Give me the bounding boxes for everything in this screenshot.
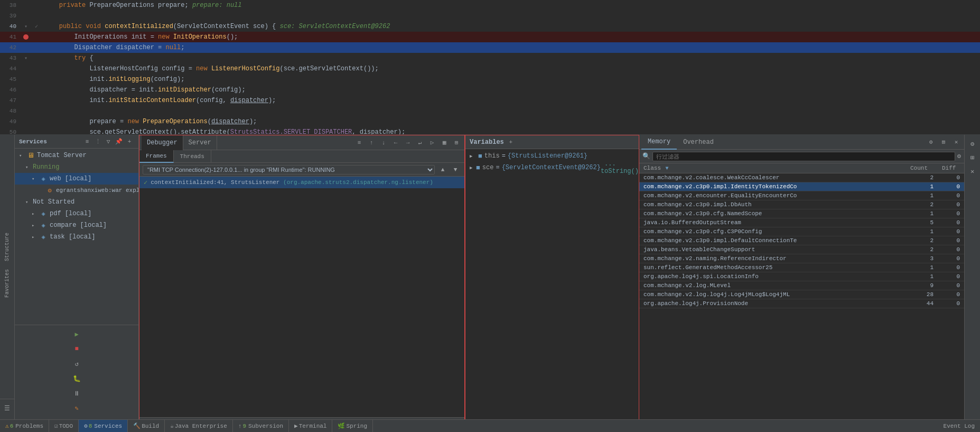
status-item-terminal[interactable]: ▶ Terminal: [289, 420, 332, 433]
memory-toolbar: ⚙ ⊞ ✕: [925, 136, 962, 148]
memory-table-row-2[interactable]: com.mchange.v2.encounter.EqualityEncount…: [639, 191, 964, 200]
thread-dropdown[interactable]: "RMI TCP Connection(2)-127.0.0.1... in g…: [143, 165, 435, 174]
memory-table-row-13[interactable]: com.mchange.v2.log.log4j.Log4jMLog$Log4j…: [639, 290, 964, 299]
var-item-sce[interactable]: ▶ ■ sce = {ServletContextEvent@9262} ...…: [465, 162, 639, 173]
sidebar-icon-1[interactable]: ☰: [1, 401, 14, 415]
status-item-todo[interactable]: ☑ TODO: [49, 420, 79, 433]
tree-item-pdf[interactable]: ▸ ◈ pdf [local]: [15, 208, 138, 219]
tab-server[interactable]: Server: [183, 135, 217, 150]
memory-table-row-9[interactable]: com.mchange.v2.naming.ReferenceIndirecto…: [639, 254, 964, 263]
col-diff[interactable]: Diff: [938, 163, 964, 173]
debug-btn-run[interactable]: ▷: [426, 137, 438, 149]
tree-item-compare[interactable]: ▸ ◈ compare [local]: [15, 219, 138, 231]
memory-table-row-5[interactable]: java.io.BufferedOutputStream 5 0: [639, 218, 964, 227]
tree-item-tomcat[interactable]: ▾ 🖥 Tomcat Server: [15, 150, 138, 161]
memory-table-row-4[interactable]: com.mchange.v2.c3p0.cfg.NamedScope 1 0: [639, 209, 964, 218]
cell-diff-6: 0: [938, 227, 964, 236]
debug-btn-table[interactable]: ▦: [438, 137, 450, 149]
memory-settings-btn[interactable]: ⚙: [925, 136, 937, 148]
tree-item-running[interactable]: ▾ Running: [15, 161, 138, 173]
tree-item-task[interactable]: ▸ ◈ task [local]: [15, 231, 138, 243]
status-item-subversion[interactable]: ↑ 9 Subversion: [233, 420, 289, 433]
tree-item-web[interactable]: ▾ ◈ web [local]: [15, 173, 138, 185]
structure-label: Structure: [4, 233, 10, 261]
tree-item-egrant[interactable]: ▸ ⚙ egrantshanxiweb:war explo...: [15, 185, 138, 196]
tab-memory[interactable]: Memory: [641, 135, 677, 150]
spring-icon: 🌿: [338, 422, 345, 429]
sidebar-structure[interactable]: Structure: [1, 232, 14, 263]
sidebar-favorites[interactable]: Favorites: [1, 265, 14, 302]
debug-btn-up[interactable]: ↑: [366, 137, 377, 149]
services-tool-list[interactable]: ≡: [82, 137, 92, 146]
memory-table-row-8[interactable]: java.beans.VetoableChangeSupport 2 0: [639, 245, 964, 254]
services-tool-filter[interactable]: ▽: [104, 137, 113, 146]
tab-debugger[interactable]: Debugger: [142, 135, 183, 150]
debug-btn-left[interactable]: ←: [390, 137, 402, 149]
deploy-icon: ⚙: [45, 186, 54, 195]
services-stop-btn[interactable]: ■: [70, 342, 83, 356]
memory-table-row-10[interactable]: sun.reflect.GeneratedMethodAccessor25 1 …: [639, 263, 964, 272]
memory-search-settings[interactable]: ⚙: [957, 152, 961, 160]
subversion-icon: ↑: [238, 423, 242, 429]
services-restart-btn[interactable]: ↺: [70, 357, 83, 371]
terminal-icon: ▶: [294, 422, 298, 429]
tab-threads[interactable]: Threads: [174, 150, 211, 163]
col-class[interactable]: Class ▼: [639, 163, 906, 173]
status-item-spring[interactable]: 🌿 Spring: [332, 420, 373, 433]
memory-table-container: Class ▼ Count Diff com.mchange.v2.coales…: [639, 163, 964, 432]
thread-nav-down[interactable]: ▼: [450, 164, 461, 176]
debug-btn-right[interactable]: →: [402, 137, 414, 149]
col-count[interactable]: Count: [906, 163, 938, 173]
code-line-48: 48: [0, 106, 980, 116]
debug-btn-grid[interactable]: ⊞: [451, 137, 462, 149]
var-link-sce: ... toString(): [601, 160, 639, 175]
services-tool-add[interactable]: +: [125, 137, 134, 146]
thread-nav-up[interactable]: ▲: [437, 164, 449, 176]
status-item-build[interactable]: 🔨 Build: [128, 420, 165, 433]
status-item-problems[interactable]: ⚠ 6 Problems: [0, 420, 49, 433]
memory-table-row-3[interactable]: com.mchange.v2.c3p0.impl.DbAuth 2 0: [639, 200, 964, 209]
services-pause-btn[interactable]: ⏸: [70, 387, 83, 400]
debugger-toolbar: ≡ ↑ ↓ ← → ↵ ▷ ▦ ⊞: [353, 137, 462, 149]
right-close-icon[interactable]: ✕: [966, 164, 979, 178]
right-settings-icon[interactable]: ⚙: [966, 137, 979, 151]
services-tool-tree[interactable]: ⋮: [93, 137, 102, 146]
status-item-java-enterprise[interactable]: ☕ Java Enterprise: [165, 420, 233, 433]
variables-add-btn[interactable]: +: [506, 137, 516, 147]
memory-table-row-1[interactable]: com.mchange.v2.c3p0.impl.IdentityTokeniz…: [639, 182, 964, 191]
memory-table-row-14[interactable]: org.apache.log4j.ProvisionNode 44 0: [639, 299, 964, 308]
memory-table-row-6[interactable]: com.mchange.v2.c3p0.cfg.C3P0Config 1 0: [639, 227, 964, 236]
memory-table-row-11[interactable]: org.apache.log4j.spi.LocationInfo 1 0: [639, 272, 964, 281]
memory-table-row-12[interactable]: com.mchange.v2.log.MLevel 9 0: [639, 281, 964, 290]
right-expand-icon[interactable]: ⊞: [966, 151, 979, 164]
debug-btn-down[interactable]: ↓: [378, 137, 389, 149]
memory-search-input[interactable]: [652, 152, 955, 161]
cell-diff-10: 0: [938, 263, 964, 272]
tree-item-notstarted[interactable]: ▾ Not Started: [15, 196, 138, 208]
frame-item-0[interactable]: ✓ contextInitialized:41, StrutsListener …: [139, 177, 464, 188]
tab-frames[interactable]: Frames: [139, 150, 174, 163]
memory-expand-btn[interactable]: ⊞: [938, 136, 949, 148]
cell-class-9: com.mchange.v2.naming.ReferenceIndirecto…: [639, 254, 906, 263]
services-debug-btn[interactable]: 🐛: [70, 372, 83, 385]
memory-table-row-7[interactable]: com.mchange.v2.c3p0.impl.DefaultConnecti…: [639, 236, 964, 245]
services-play-btn[interactable]: ▶: [70, 327, 83, 341]
debug-btn-list[interactable]: ≡: [353, 137, 365, 149]
cell-count-10: 1: [906, 263, 938, 272]
tree-label-web: web [local]: [50, 175, 91, 182]
services-edit-icon[interactable]: ✎: [70, 401, 83, 415]
services-tool-pin[interactable]: 📌: [114, 137, 124, 146]
memory-close-btn[interactable]: ✕: [950, 136, 962, 148]
debug-btn-step[interactable]: ↵: [414, 137, 426, 149]
event-log-btn[interactable]: Event Log: [938, 420, 980, 433]
memory-table-row-0[interactable]: com.mchange.v2.coalesce.WeakCcCoalescer …: [639, 173, 964, 182]
right-sidebar: ⚙ ⊞ ✕: [964, 135, 980, 432]
todo-icon: ☑: [54, 422, 58, 429]
var-icon-this: ■: [478, 152, 482, 160]
build-icon: 🔨: [133, 422, 141, 429]
status-item-services[interactable]: ⚙ 8 Services: [79, 420, 128, 433]
status-bar: ⚠ 6 Problems ☑ TODO ⚙ 8 Services 🔨 Build…: [0, 419, 980, 432]
frame-text-0: contextInitialized:41, StrutsListener (o…: [151, 179, 433, 186]
tab-overhead[interactable]: Overhead: [677, 135, 720, 150]
frames-threads-tabs: Frames Threads: [139, 150, 464, 163]
